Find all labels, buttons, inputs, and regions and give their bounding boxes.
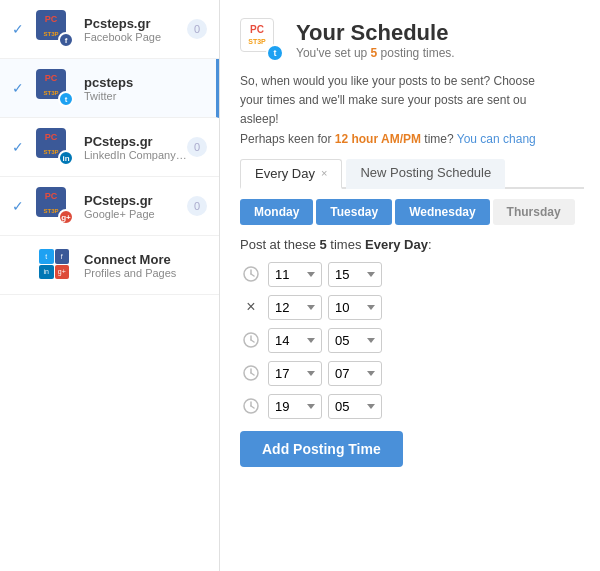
social-badge-twitter: t — [58, 91, 74, 107]
intro-text: So, when would you like your posts to be… — [240, 72, 584, 149]
social-badge-linkedin: in — [58, 150, 74, 166]
item-sub-twitter: Twitter — [84, 90, 204, 102]
time-row-2: 0001020304050607080910111213141516171819… — [240, 328, 584, 353]
day-pill-0[interactable]: Monday — [240, 199, 313, 225]
avatar-twitter: PCST3Pt — [36, 69, 74, 107]
item-info-facebook: Pcsteps.grFacebook Page — [84, 16, 187, 43]
schedule-logo: PC ST3P t — [240, 18, 284, 62]
social-badge-googleplus: g+ — [58, 209, 74, 225]
hour-select-1[interactable]: 0001020304050607080910111213141516171819… — [268, 295, 322, 320]
time-row-4: 0001020304050607080910111213141516171819… — [240, 394, 584, 419]
clock-icon-3 — [240, 362, 262, 384]
item-info-googleplus: PCsteps.grGoogle+ Page — [84, 193, 187, 220]
hour-select-2[interactable]: 0001020304050607080910111213141516171819… — [268, 328, 322, 353]
item-sub-googleplus: Google+ Page — [84, 208, 187, 220]
item-name-linkedin: PCsteps.gr — [84, 134, 187, 149]
item-info-linkedin: PCsteps.grLinkedIn Company Page — [84, 134, 187, 161]
hour-select-4[interactable]: 0001020304050607080910111213141516171819… — [268, 394, 322, 419]
clock-icon-2 — [240, 329, 262, 351]
avatar-linkedin: PCST3Pin — [36, 128, 74, 166]
social-badge-facebook: f — [58, 32, 74, 48]
minute-select-1[interactable]: 0001020304050607080910111213141516171819… — [328, 295, 382, 320]
time-row-0: 0001020304050607080910111213141516171819… — [240, 262, 584, 287]
item-sub-facebook: Facebook Page — [84, 31, 187, 43]
item-count-linkedin: 0 — [187, 137, 207, 157]
item-count-facebook: 0 — [187, 19, 207, 39]
check-icon-linkedin: ✓ — [12, 139, 30, 155]
check-icon-googleplus: ✓ — [12, 198, 30, 214]
time-row-3: 0001020304050607080910111213141516171819… — [240, 361, 584, 386]
sidebar-item-linkedin[interactable]: ✓PCST3PinPCsteps.grLinkedIn Company Page… — [0, 118, 219, 177]
delete-time-icon-1[interactable]: × — [240, 296, 262, 318]
svg-line-11 — [251, 406, 254, 408]
svg-line-5 — [251, 340, 254, 342]
schedule-title-block: Your Schedule You've set up 5 posting ti… — [296, 20, 455, 60]
check-icon-facebook: ✓ — [12, 21, 30, 37]
hour-select-0[interactable]: 0001020304050607080910111213141516171819… — [268, 262, 322, 287]
times-container: 0001020304050607080910111213141516171819… — [240, 262, 584, 419]
time-row-1: ×000102030405060708091011121314151617181… — [240, 295, 584, 320]
svg-line-8 — [251, 373, 254, 375]
add-posting-time-button[interactable]: Add Posting Time — [240, 431, 403, 467]
schedule-header: PC ST3P t Your Schedule You've set up 5 … — [240, 18, 584, 62]
sidebar-item-googleplus[interactable]: ✓PCST3Pg+PCsteps.grGoogle+ Page0 — [0, 177, 219, 236]
item-sub-linkedin: LinkedIn Company Page — [84, 149, 187, 161]
twitter-badge-logo: t — [266, 44, 284, 62]
item-name-googleplus: PCsteps.gr — [84, 193, 187, 208]
clock-icon-4 — [240, 395, 262, 417]
minute-select-4[interactable]: 0001020304050607080910111213141516171819… — [328, 394, 382, 419]
schedule-title: Your Schedule — [296, 20, 455, 46]
minute-select-0[interactable]: 0001020304050607080910111213141516171819… — [328, 262, 382, 287]
minute-select-2[interactable]: 0001020304050607080910111213141516171819… — [328, 328, 382, 353]
avatar-facebook: PCST3Pf — [36, 10, 74, 48]
day-pill-2[interactable]: Wednesday — [395, 199, 489, 225]
sidebar-item-twitter[interactable]: ✓PCST3PtpcstepsTwitter — [0, 59, 219, 118]
svg-line-2 — [251, 274, 254, 276]
check-icon-twitter: ✓ — [12, 80, 30, 96]
main-panel: PC ST3P t Your Schedule You've set up 5 … — [220, 0, 600, 571]
sidebar-item-facebook[interactable]: ✓PCST3PfPcsteps.grFacebook Page0 — [0, 0, 219, 59]
avatar-googleplus: PCST3Pg+ — [36, 187, 74, 225]
avatar-connect: tfing+ — [36, 246, 74, 284]
item-info-connect: Connect MoreProfiles and Pages — [84, 252, 207, 279]
schedule-subtitle: You've set up 5 posting times. — [296, 46, 455, 60]
item-count-googleplus: 0 — [187, 196, 207, 216]
tab-0[interactable]: Every Day× — [240, 159, 342, 189]
days-row: MondayTuesdayWednesdayThursday — [240, 199, 584, 225]
tab-label-0: Every Day — [255, 166, 315, 181]
sidebar-item-connect[interactable]: tfing+Connect MoreProfiles and Pages — [0, 236, 219, 295]
day-pill-3[interactable]: Thursday — [493, 199, 575, 225]
sidebar: ✓PCST3PfPcsteps.grFacebook Page0✓PCST3Pt… — [0, 0, 220, 571]
change-time-format-link[interactable]: You can chang — [457, 132, 536, 146]
minute-select-3[interactable]: 0001020304050607080910111213141516171819… — [328, 361, 382, 386]
tab-close-0[interactable]: × — [321, 167, 327, 179]
tab-1[interactable]: New Posting Schedule — [346, 159, 505, 189]
times-label: Post at these 5 times Every Day: — [240, 237, 584, 252]
day-pill-1[interactable]: Tuesday — [316, 199, 392, 225]
item-sub-connect: Profiles and Pages — [84, 267, 207, 279]
item-name-connect: Connect More — [84, 252, 207, 267]
tab-label-1: New Posting Schedule — [360, 165, 491, 180]
hour-select-3[interactable]: 0001020304050607080910111213141516171819… — [268, 361, 322, 386]
tabs-row: Every Day×New Posting Schedule — [240, 159, 584, 189]
clock-icon-0 — [240, 263, 262, 285]
item-info-twitter: pcstepsTwitter — [84, 75, 204, 102]
item-name-twitter: pcsteps — [84, 75, 204, 90]
item-name-facebook: Pcsteps.gr — [84, 16, 187, 31]
